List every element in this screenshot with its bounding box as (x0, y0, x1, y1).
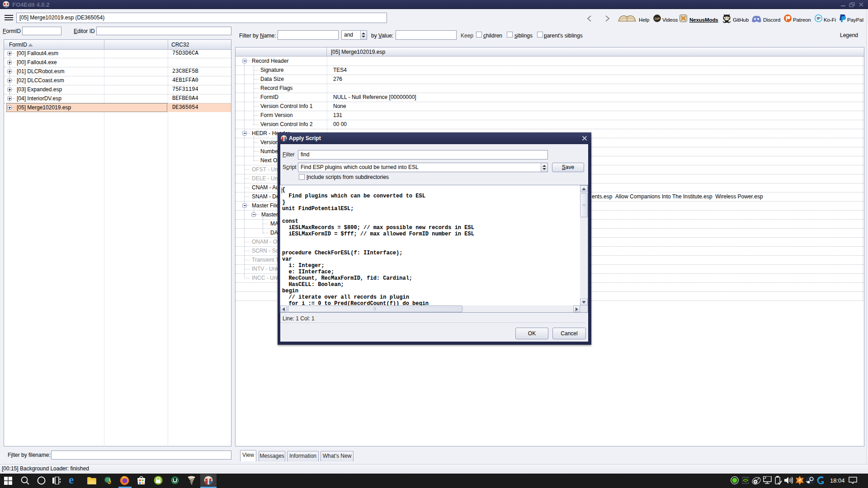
svg-text:GP: GP (655, 17, 660, 21)
